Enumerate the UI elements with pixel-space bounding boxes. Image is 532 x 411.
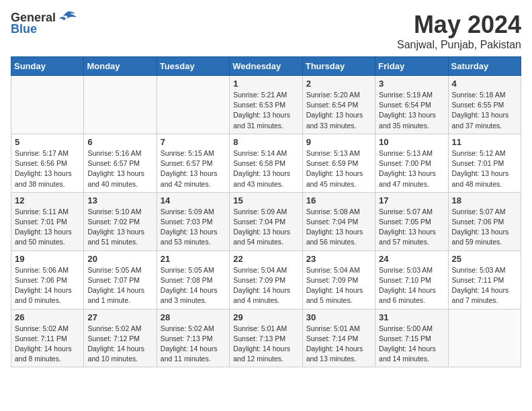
calendar-cell: 23Sunrise: 5:04 AM Sunset: 7:09 PM Dayli… xyxy=(302,250,375,309)
calendar-cell: 8Sunrise: 5:14 AM Sunset: 6:58 PM Daylig… xyxy=(230,134,302,192)
calendar-cell xyxy=(84,76,157,134)
day-info: Sunrise: 5:12 AM Sunset: 7:01 PM Dayligh… xyxy=(452,148,517,189)
calendar-cell: 22Sunrise: 5:04 AM Sunset: 7:09 PM Dayli… xyxy=(230,250,302,309)
day-number: 18 xyxy=(452,195,517,205)
day-number: 15 xyxy=(233,195,298,205)
day-info: Sunrise: 5:08 AM Sunset: 7:04 PM Dayligh… xyxy=(306,207,371,248)
day-number: 8 xyxy=(233,137,298,147)
calendar-cell xyxy=(157,76,229,134)
day-number: 26 xyxy=(15,312,80,322)
calendar-cell: 7Sunrise: 5:15 AM Sunset: 6:57 PM Daylig… xyxy=(157,134,229,192)
day-number: 7 xyxy=(161,137,226,147)
calendar-cell: 2Sunrise: 5:20 AM Sunset: 6:54 PM Daylig… xyxy=(302,76,375,134)
day-info: Sunrise: 5:06 AM Sunset: 7:06 PM Dayligh… xyxy=(15,265,80,306)
calendar-header-row: SundayMondayTuesdayWednesdayThursdayFrid… xyxy=(11,57,521,76)
day-number: 21 xyxy=(161,254,226,264)
calendar-cell: 6Sunrise: 5:16 AM Sunset: 6:57 PM Daylig… xyxy=(84,134,157,192)
day-info: Sunrise: 5:02 AM Sunset: 7:13 PM Dayligh… xyxy=(161,324,226,365)
day-number: 31 xyxy=(379,312,444,322)
calendar-cell: 21Sunrise: 5:05 AM Sunset: 7:08 PM Dayli… xyxy=(157,250,229,309)
day-number: 3 xyxy=(379,79,444,89)
calendar-cell: 12Sunrise: 5:11 AM Sunset: 7:01 PM Dayli… xyxy=(11,192,84,250)
day-number: 12 xyxy=(15,195,80,205)
calendar-cell: 27Sunrise: 5:02 AM Sunset: 7:12 PM Dayli… xyxy=(84,309,157,367)
calendar-header-thursday: Thursday xyxy=(302,57,375,76)
day-info: Sunrise: 5:13 AM Sunset: 6:59 PM Dayligh… xyxy=(306,148,371,189)
calendar-cell: 11Sunrise: 5:12 AM Sunset: 7:01 PM Dayli… xyxy=(448,134,521,192)
day-info: Sunrise: 5:09 AM Sunset: 7:03 PM Dayligh… xyxy=(161,207,226,248)
day-info: Sunrise: 5:05 AM Sunset: 7:07 PM Dayligh… xyxy=(87,265,152,306)
calendar-week-2: 5Sunrise: 5:17 AM Sunset: 6:56 PM Daylig… xyxy=(11,134,521,192)
calendar-cell: 15Sunrise: 5:09 AM Sunset: 7:04 PM Dayli… xyxy=(230,192,302,250)
month-title: May 2024 xyxy=(397,11,521,39)
calendar-table: SundayMondayTuesdayWednesdayThursdayFrid… xyxy=(11,56,521,367)
calendar-header-wednesday: Wednesday xyxy=(230,57,302,76)
day-number: 2 xyxy=(306,79,371,89)
calendar-cell xyxy=(448,309,521,367)
day-number: 9 xyxy=(306,137,371,147)
day-number: 29 xyxy=(233,312,298,322)
page-header: General Blue May 2024 Sanjwal, Punjab, P… xyxy=(11,11,521,51)
day-info: Sunrise: 5:16 AM Sunset: 6:57 PM Dayligh… xyxy=(87,148,152,189)
day-info: Sunrise: 5:03 AM Sunset: 7:10 PM Dayligh… xyxy=(379,265,444,306)
title-area: May 2024 Sanjwal, Punjab, Pakistan xyxy=(397,11,521,51)
calendar-cell: 28Sunrise: 5:02 AM Sunset: 7:13 PM Dayli… xyxy=(157,309,229,367)
calendar-cell: 1Sunrise: 5:21 AM Sunset: 6:53 PM Daylig… xyxy=(230,76,302,134)
day-info: Sunrise: 5:18 AM Sunset: 6:55 PM Dayligh… xyxy=(452,90,517,131)
day-info: Sunrise: 5:17 AM Sunset: 6:56 PM Dayligh… xyxy=(15,148,80,189)
day-number: 1 xyxy=(233,79,298,89)
calendar-cell xyxy=(11,76,84,134)
day-info: Sunrise: 5:01 AM Sunset: 7:13 PM Dayligh… xyxy=(233,324,298,365)
calendar-header-saturday: Saturday xyxy=(448,57,521,76)
day-info: Sunrise: 5:11 AM Sunset: 7:01 PM Dayligh… xyxy=(15,207,80,248)
day-info: Sunrise: 5:09 AM Sunset: 7:04 PM Dayligh… xyxy=(233,207,298,248)
calendar-cell: 14Sunrise: 5:09 AM Sunset: 7:03 PM Dayli… xyxy=(157,192,229,250)
day-info: Sunrise: 5:19 AM Sunset: 6:54 PM Dayligh… xyxy=(379,90,444,131)
calendar-cell: 19Sunrise: 5:06 AM Sunset: 7:06 PM Dayli… xyxy=(11,250,84,309)
day-info: Sunrise: 5:10 AM Sunset: 7:02 PM Dayligh… xyxy=(87,207,152,248)
day-info: Sunrise: 5:03 AM Sunset: 7:11 PM Dayligh… xyxy=(452,265,517,306)
calendar-header-sunday: Sunday xyxy=(11,57,84,76)
day-info: Sunrise: 5:04 AM Sunset: 7:09 PM Dayligh… xyxy=(233,265,298,306)
day-number: 13 xyxy=(87,195,152,205)
day-number: 19 xyxy=(15,254,80,264)
calendar-cell: 20Sunrise: 5:05 AM Sunset: 7:07 PM Dayli… xyxy=(84,250,157,309)
calendar-header-friday: Friday xyxy=(375,57,448,76)
day-number: 23 xyxy=(306,254,371,264)
calendar-cell: 25Sunrise: 5:03 AM Sunset: 7:11 PM Dayli… xyxy=(448,250,521,309)
day-number: 16 xyxy=(306,195,371,205)
day-info: Sunrise: 5:05 AM Sunset: 7:08 PM Dayligh… xyxy=(161,265,226,306)
day-number: 6 xyxy=(87,137,152,147)
day-number: 27 xyxy=(87,312,152,322)
calendar-header-monday: Monday xyxy=(84,57,157,76)
calendar-cell: 10Sunrise: 5:13 AM Sunset: 7:00 PM Dayli… xyxy=(375,134,448,192)
day-info: Sunrise: 5:20 AM Sunset: 6:54 PM Dayligh… xyxy=(306,90,371,131)
day-number: 28 xyxy=(161,312,226,322)
calendar-cell: 4Sunrise: 5:18 AM Sunset: 6:55 PM Daylig… xyxy=(448,76,521,134)
day-info: Sunrise: 5:02 AM Sunset: 7:11 PM Dayligh… xyxy=(15,324,80,365)
logo-blue-text: Blue xyxy=(11,22,37,36)
day-number: 4 xyxy=(452,79,517,89)
calendar-cell: 16Sunrise: 5:08 AM Sunset: 7:04 PM Dayli… xyxy=(302,192,375,250)
day-info: Sunrise: 5:14 AM Sunset: 6:58 PM Dayligh… xyxy=(233,148,298,189)
calendar-week-3: 12Sunrise: 5:11 AM Sunset: 7:01 PM Dayli… xyxy=(11,192,521,250)
calendar-week-4: 19Sunrise: 5:06 AM Sunset: 7:06 PM Dayli… xyxy=(11,250,521,309)
day-info: Sunrise: 5:02 AM Sunset: 7:12 PM Dayligh… xyxy=(87,324,152,365)
day-info: Sunrise: 5:15 AM Sunset: 6:57 PM Dayligh… xyxy=(161,148,226,189)
day-info: Sunrise: 5:21 AM Sunset: 6:53 PM Dayligh… xyxy=(233,90,298,131)
logo-bird-icon xyxy=(58,11,77,24)
calendar-week-5: 26Sunrise: 5:02 AM Sunset: 7:11 PM Dayli… xyxy=(11,309,521,367)
calendar-week-1: 1Sunrise: 5:21 AM Sunset: 6:53 PM Daylig… xyxy=(11,76,521,134)
calendar-cell: 31Sunrise: 5:00 AM Sunset: 7:15 PM Dayli… xyxy=(375,309,448,367)
calendar-header-tuesday: Tuesday xyxy=(157,57,229,76)
day-info: Sunrise: 5:00 AM Sunset: 7:15 PM Dayligh… xyxy=(379,324,444,365)
day-number: 11 xyxy=(452,137,517,147)
day-number: 17 xyxy=(379,195,444,205)
calendar-cell: 18Sunrise: 5:07 AM Sunset: 7:06 PM Dayli… xyxy=(448,192,521,250)
calendar-cell: 30Sunrise: 5:01 AM Sunset: 7:14 PM Dayli… xyxy=(302,309,375,367)
calendar-cell: 17Sunrise: 5:07 AM Sunset: 7:05 PM Dayli… xyxy=(375,192,448,250)
day-info: Sunrise: 5:07 AM Sunset: 7:06 PM Dayligh… xyxy=(452,207,517,248)
calendar-cell: 3Sunrise: 5:19 AM Sunset: 6:54 PM Daylig… xyxy=(375,76,448,134)
day-number: 20 xyxy=(87,254,152,264)
day-info: Sunrise: 5:07 AM Sunset: 7:05 PM Dayligh… xyxy=(379,207,444,248)
